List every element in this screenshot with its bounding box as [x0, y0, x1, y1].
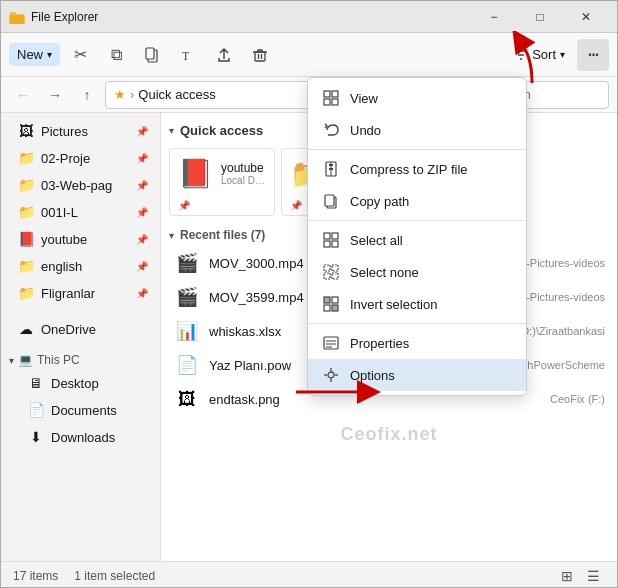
svg-rect-22	[332, 241, 338, 247]
new-button[interactable]: New ▾	[9, 43, 60, 66]
folder-youtube-name: youtube	[221, 161, 266, 175]
menu-label-undo: Undo	[350, 123, 381, 138]
dropdown-menu: View Undo Compress to ZIP file Copy path	[307, 77, 527, 396]
thispc-icon: 💻	[18, 353, 33, 367]
pin-icon-7: 📌	[136, 288, 148, 299]
file-icon-4: 🖼	[173, 385, 201, 413]
sidebar-item-001il[interactable]: 📁 001I-L 📌	[5, 199, 156, 225]
zip-icon	[322, 160, 340, 178]
svg-point-35	[328, 372, 334, 378]
menu-label-invertsel: Invert selection	[350, 297, 437, 312]
folder-pin-1: 📌	[178, 200, 190, 211]
copy-button[interactable]: ⧉	[100, 39, 132, 71]
sidebar-item-desktop[interactable]: 🖥 Desktop	[5, 370, 156, 396]
cut-button[interactable]: ✂	[64, 39, 96, 71]
svg-rect-11	[324, 99, 330, 105]
sidebar-item-downloads[interactable]: ⬇ Downloads	[5, 424, 156, 450]
sidebar-label-02proje: 02-Proje	[41, 151, 90, 166]
grid-view-button[interactable]: ⊞	[555, 565, 579, 587]
quick-access-chevron: ▾	[169, 125, 174, 136]
sidebar-item-pictures[interactable]: 🖼 Pictures 📌	[5, 118, 156, 144]
sidebar-thispc-section[interactable]: ▾ 💻 This PC	[1, 347, 160, 369]
menu-label-properties: Properties	[350, 336, 409, 351]
svg-rect-9	[324, 91, 330, 97]
minimize-button[interactable]: −	[471, 1, 517, 33]
sort-button[interactable]: Sort ▾	[506, 43, 573, 66]
back-button[interactable]: ←	[9, 81, 37, 109]
sidebar-label-documents: Documents	[51, 403, 117, 418]
menu-item-selectall[interactable]: Select all	[308, 224, 526, 256]
more-options-button[interactable]: ···	[577, 39, 609, 71]
pin-icon-5: 📌	[136, 234, 148, 245]
sidebar-item-documents[interactable]: 📄 Documents	[5, 397, 156, 423]
favorite-icon: ★	[114, 87, 126, 102]
thispc-chevron: ▾	[9, 355, 14, 366]
app-icon	[9, 9, 25, 25]
selectall-icon	[322, 231, 340, 249]
pin-icon-3: 📌	[136, 180, 148, 191]
invertsel-icon	[322, 295, 340, 313]
sidebar-item-02proje[interactable]: 📁 02-Proje 📌	[5, 145, 156, 171]
pictures-icon: 🖼	[17, 122, 35, 140]
copypath-icon	[322, 192, 340, 210]
pin-icon-4: 📌	[136, 207, 148, 218]
view-icon	[322, 89, 340, 107]
delete-button[interactable]	[244, 39, 276, 71]
sidebar-item-youtube[interactable]: 📕 youtube 📌	[5, 226, 156, 252]
svg-rect-6	[255, 52, 265, 61]
maximize-button[interactable]: □	[517, 1, 563, 33]
sidebar-item-fligranlar[interactable]: 📁 Fligranlar 📌	[5, 280, 156, 306]
menu-item-copypath[interactable]: Copy path	[308, 185, 526, 217]
sort-dropdown-icon: ▾	[560, 49, 565, 60]
sidebar-item-03webpag[interactable]: 📁 03-Web-pag 📌	[5, 172, 156, 198]
forward-button[interactable]: →	[41, 81, 69, 109]
close-button[interactable]: ✕	[563, 1, 609, 33]
menu-item-options[interactable]: Options	[308, 359, 526, 391]
sidebar-label-desktop: Desktop	[51, 376, 99, 391]
menu-label-view: View	[350, 91, 378, 106]
menu-separator-1	[308, 149, 526, 150]
menu-item-properties[interactable]: Properties	[308, 327, 526, 359]
sidebar-item-onedrive[interactable]: ☁ OneDrive	[5, 316, 156, 342]
svg-rect-25	[324, 273, 330, 279]
sidebar-item-english[interactable]: 📁 english 📌	[5, 253, 156, 279]
sidebar-label-downloads: Downloads	[51, 430, 115, 445]
paste-button[interactable]	[136, 39, 168, 71]
svg-rect-21	[324, 241, 330, 247]
sidebar-label-thispc: This PC	[37, 353, 80, 367]
recent-files-title: Recent files (7)	[180, 228, 265, 242]
sidebar-label-onedrive: OneDrive	[41, 322, 96, 337]
svg-text:T: T	[182, 49, 190, 63]
downloads-icon: ⬇	[27, 428, 45, 446]
more-icon: ···	[588, 46, 598, 64]
title-bar: File Explorer − □ ✕	[1, 1, 617, 33]
view-buttons: ⊞ ☰	[555, 565, 605, 587]
sidebar-label-001il: 001I-L	[41, 205, 78, 220]
menu-item-undo[interactable]: Undo	[308, 114, 526, 146]
rename-button[interactable]: T	[172, 39, 204, 71]
sort-label: Sort	[532, 47, 556, 62]
menu-item-selectnone[interactable]: Select none	[308, 256, 526, 288]
menu-item-invertsel[interactable]: Invert selection	[308, 288, 526, 320]
svg-rect-27	[324, 297, 330, 303]
properties-icon	[322, 334, 340, 352]
menu-item-view[interactable]: View	[308, 82, 526, 114]
folder-card-youtube[interactable]: 📕 youtube Local Disk (D:)\02-Pr 📌	[169, 148, 275, 216]
fligranlar-icon: 📁	[17, 284, 35, 302]
watermark: Ceofix.net	[169, 424, 609, 445]
recent-chevron: ▾	[169, 230, 174, 241]
selected-count: 1 item selected	[74, 569, 155, 583]
menu-item-zip[interactable]: Compress to ZIP file	[308, 153, 526, 185]
list-view-button[interactable]: ☰	[581, 565, 605, 587]
file-icon-3: 📄	[173, 351, 201, 379]
options-icon	[322, 366, 340, 384]
share-button[interactable]	[208, 39, 240, 71]
up-button[interactable]: ↑	[73, 81, 101, 109]
menu-label-options: Options	[350, 368, 395, 383]
svg-rect-12	[332, 99, 338, 105]
new-label: New	[17, 47, 43, 62]
svg-rect-26	[332, 273, 338, 279]
svg-rect-30	[332, 305, 338, 311]
menu-separator-3	[308, 323, 526, 324]
02proje-icon: 📁	[17, 149, 35, 167]
